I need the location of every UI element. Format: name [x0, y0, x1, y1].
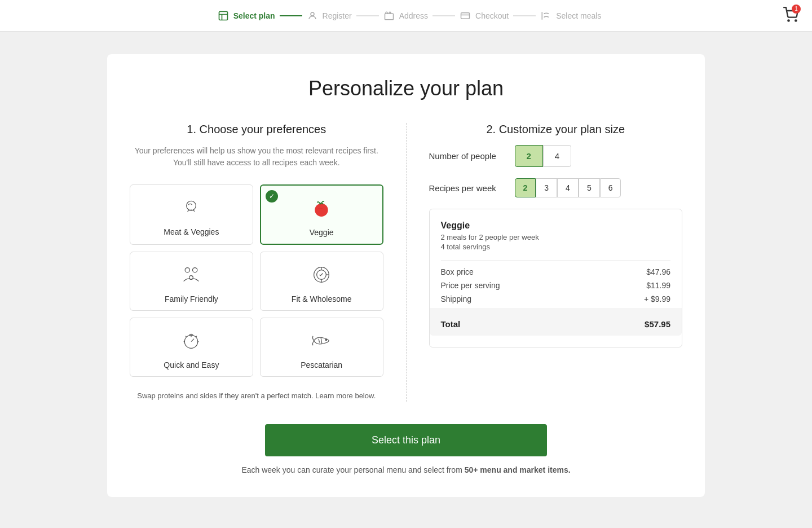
nav-step-select-plan[interactable]: Select plan [218, 10, 275, 21]
svg-point-7 [315, 204, 328, 217]
pref-label-meat-veggies: Meat & Veggies [164, 227, 219, 236]
cta-section: Select this plan Each week you can curat… [130, 424, 682, 474]
pref-label-quick-easy: Quick and Easy [164, 360, 219, 369]
svg-point-6 [187, 201, 196, 210]
people-opt-2[interactable]: 2 [515, 145, 543, 167]
pref-card-meat-veggies[interactable]: Meat & Veggies [130, 184, 253, 245]
preferences-description: Your preferences will help us show you t… [130, 145, 383, 169]
svg-rect-2 [385, 14, 393, 20]
svg-point-8 [186, 268, 190, 272]
footer-text-bold: 50+ menu and market items. [465, 465, 571, 474]
recipes-opt-3[interactable]: 3 [536, 178, 557, 197]
box-price-row: Box price $47.96 [441, 267, 671, 276]
nav-step-address[interactable]: Address [383, 10, 428, 21]
pref-card-fit-wholesome[interactable]: Fit & Wholesome [260, 252, 383, 311]
pref-label-veggie: Veggie [310, 228, 334, 237]
shipping-label: Shipping [441, 294, 472, 303]
step-progress: Select plan Register Address Checkout [36, 10, 783, 21]
svg-rect-0 [219, 11, 227, 20]
total-row: Total $57.95 [441, 315, 671, 329]
svg-rect-3 [461, 12, 470, 19]
pref-label-fit-wholesome: Fit & Wholesome [292, 294, 352, 303]
divider-2 [356, 15, 379, 16]
preferences-column: 1. Choose your preferences Your preferen… [130, 123, 407, 402]
plan-summary-box: Veggie 2 meals for 2 people per week 4 t… [429, 209, 683, 347]
recipes-options: 2 3 4 5 6 [515, 178, 621, 197]
summary-meals-desc: 2 meals for 2 people per week [441, 233, 671, 241]
svg-point-5 [795, 20, 796, 21]
pref-card-family-friendly[interactable]: Family Friendly [130, 252, 253, 311]
shipping-value: + $9.99 [644, 294, 670, 303]
checkout-icon [460, 10, 471, 21]
nav-step-label-register: Register [323, 11, 352, 20]
people-row: Number of people 2 4 [429, 145, 683, 167]
cart-badge: 1 [792, 5, 801, 14]
people-opt-4[interactable]: 4 [543, 145, 571, 167]
plan-size-column: 2. Customize your plan size Number of pe… [407, 123, 683, 402]
veggie-icon [310, 197, 333, 222]
address-icon [383, 10, 395, 21]
navigation: Select plan Register Address Checkout [0, 0, 812, 32]
select-plan-icon [218, 10, 229, 21]
people-options: 2 4 [515, 145, 572, 167]
plan-card: Personalize your plan 1. Choose your pre… [107, 54, 705, 497]
summary-plan-name: Veggie [441, 221, 671, 231]
divider-3 [433, 15, 455, 16]
pref-label-family-friendly: Family Friendly [165, 294, 218, 303]
nav-step-checkout[interactable]: Checkout [460, 10, 509, 21]
pref-card-veggie[interactable]: ✓ Veggie [260, 184, 383, 245]
summary-divider-1 [441, 260, 671, 261]
shipping-row: Shipping + $9.99 [441, 294, 671, 303]
nav-step-label-address: Address [399, 11, 428, 20]
recipes-opt-4[interactable]: 4 [557, 178, 579, 197]
cart-button[interactable]: 1 [783, 7, 798, 25]
recipes-row: Recipes per week 2 3 4 5 6 [429, 178, 683, 197]
nav-step-register[interactable]: Register [307, 10, 352, 21]
divider-4 [513, 15, 536, 16]
recipes-opt-2[interactable]: 2 [515, 178, 536, 197]
pescatarian-icon [310, 329, 333, 355]
preference-grid: Meat & Veggies ✓ [130, 184, 383, 377]
page-title: Personalize your plan [130, 77, 682, 100]
family-friendly-icon [180, 263, 202, 289]
svg-point-4 [788, 20, 789, 21]
price-per-serving-label: Price per serving [441, 281, 500, 290]
main-content: Personalize your plan 1. Choose your pre… [96, 32, 716, 520]
select-meals-icon [540, 10, 551, 21]
pref-card-pescatarian[interactable]: Pescatarian [260, 318, 383, 377]
svg-point-17 [325, 339, 327, 341]
summary-servings: 4 total servings [441, 243, 671, 251]
footer-text-before: Each week you can curate your personal m… [241, 465, 464, 474]
select-plan-button[interactable]: Select this plan [265, 424, 547, 456]
preferences-title: 1. Choose your preferences [130, 123, 383, 136]
fit-wholesome-icon [310, 263, 333, 289]
svg-point-1 [311, 12, 314, 16]
nav-step-label-select-plan: Select plan [233, 11, 275, 20]
register-icon [307, 10, 318, 21]
swap-note: Swap proteins and sides if they aren't a… [130, 390, 383, 402]
people-label: Number of people [429, 151, 508, 161]
total-value: $57.95 [645, 319, 670, 329]
svg-point-9 [193, 268, 197, 272]
selected-checkmark: ✓ [266, 190, 278, 203]
plan-size-title: 2. Customize your plan size [429, 123, 683, 136]
price-per-serving-value: $11.99 [646, 281, 670, 290]
quick-easy-icon [180, 329, 202, 355]
nav-step-label-select-meals: Select meals [556, 11, 601, 20]
nav-step-select-meals[interactable]: Select meals [540, 10, 601, 21]
nav-step-label-checkout: Checkout [475, 11, 509, 20]
recipes-label: Recipes per week [429, 183, 508, 193]
recipes-opt-6[interactable]: 6 [600, 178, 621, 197]
pref-card-quick-easy[interactable]: Quick and Easy [130, 318, 253, 377]
total-row-container: Total $57.95 [430, 308, 682, 336]
recipes-opt-5[interactable]: 5 [579, 178, 600, 197]
two-column-layout: 1. Choose your preferences Your preferen… [130, 123, 682, 402]
meat-veggies-icon [180, 196, 202, 222]
pref-label-pescatarian: Pescatarian [301, 360, 342, 369]
box-price-label: Box price [441, 267, 474, 276]
divider-1 [280, 15, 302, 16]
price-per-serving-row: Price per serving $11.99 [441, 281, 671, 290]
footer-note: Each week you can curate your personal m… [130, 465, 682, 474]
box-price-value: $47.96 [646, 267, 670, 276]
total-label: Total [441, 319, 461, 329]
